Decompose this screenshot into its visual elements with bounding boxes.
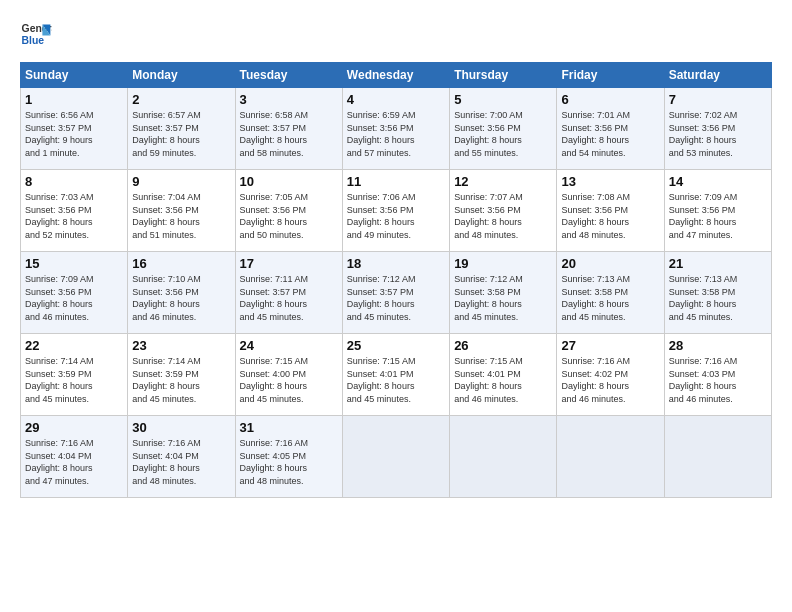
day-info: Sunrise: 7:05 AM Sunset: 3:56 PM Dayligh… bbox=[240, 191, 338, 241]
calendar-day-cell bbox=[664, 416, 771, 498]
day-info: Sunrise: 7:16 AM Sunset: 4:02 PM Dayligh… bbox=[561, 355, 659, 405]
day-number: 6 bbox=[561, 92, 659, 107]
day-number: 23 bbox=[132, 338, 230, 353]
day-info: Sunrise: 6:58 AM Sunset: 3:57 PM Dayligh… bbox=[240, 109, 338, 159]
weekday-header-sunday: Sunday bbox=[21, 63, 128, 88]
calendar-day-cell: 31Sunrise: 7:16 AM Sunset: 4:05 PM Dayli… bbox=[235, 416, 342, 498]
day-info: Sunrise: 7:03 AM Sunset: 3:56 PM Dayligh… bbox=[25, 191, 123, 241]
calendar-week-row: 29Sunrise: 7:16 AM Sunset: 4:04 PM Dayli… bbox=[21, 416, 772, 498]
day-number: 22 bbox=[25, 338, 123, 353]
day-info: Sunrise: 7:16 AM Sunset: 4:04 PM Dayligh… bbox=[25, 437, 123, 487]
day-info: Sunrise: 7:14 AM Sunset: 3:59 PM Dayligh… bbox=[132, 355, 230, 405]
calendar-day-cell: 25Sunrise: 7:15 AM Sunset: 4:01 PM Dayli… bbox=[342, 334, 449, 416]
calendar-day-cell: 7Sunrise: 7:02 AM Sunset: 3:56 PM Daylig… bbox=[664, 88, 771, 170]
day-number: 30 bbox=[132, 420, 230, 435]
calendar-day-cell: 26Sunrise: 7:15 AM Sunset: 4:01 PM Dayli… bbox=[450, 334, 557, 416]
weekday-header-friday: Friday bbox=[557, 63, 664, 88]
calendar-day-cell: 19Sunrise: 7:12 AM Sunset: 3:58 PM Dayli… bbox=[450, 252, 557, 334]
day-info: Sunrise: 7:12 AM Sunset: 3:58 PM Dayligh… bbox=[454, 273, 552, 323]
day-info: Sunrise: 7:09 AM Sunset: 3:56 PM Dayligh… bbox=[669, 191, 767, 241]
calendar-day-cell: 13Sunrise: 7:08 AM Sunset: 3:56 PM Dayli… bbox=[557, 170, 664, 252]
day-number: 12 bbox=[454, 174, 552, 189]
day-info: Sunrise: 7:10 AM Sunset: 3:56 PM Dayligh… bbox=[132, 273, 230, 323]
calendar-day-cell: 10Sunrise: 7:05 AM Sunset: 3:56 PM Dayli… bbox=[235, 170, 342, 252]
calendar-week-row: 8Sunrise: 7:03 AM Sunset: 3:56 PM Daylig… bbox=[21, 170, 772, 252]
weekday-header-thursday: Thursday bbox=[450, 63, 557, 88]
svg-text:Blue: Blue bbox=[22, 35, 45, 46]
calendar-day-cell: 2Sunrise: 6:57 AM Sunset: 3:57 PM Daylig… bbox=[128, 88, 235, 170]
calendar-week-row: 22Sunrise: 7:14 AM Sunset: 3:59 PM Dayli… bbox=[21, 334, 772, 416]
day-number: 20 bbox=[561, 256, 659, 271]
calendar-day-cell: 8Sunrise: 7:03 AM Sunset: 3:56 PM Daylig… bbox=[21, 170, 128, 252]
calendar-day-cell: 4Sunrise: 6:59 AM Sunset: 3:56 PM Daylig… bbox=[342, 88, 449, 170]
day-info: Sunrise: 7:15 AM Sunset: 4:00 PM Dayligh… bbox=[240, 355, 338, 405]
calendar-day-cell: 5Sunrise: 7:00 AM Sunset: 3:56 PM Daylig… bbox=[450, 88, 557, 170]
day-number: 17 bbox=[240, 256, 338, 271]
calendar-week-row: 1Sunrise: 6:56 AM Sunset: 3:57 PM Daylig… bbox=[21, 88, 772, 170]
day-info: Sunrise: 7:16 AM Sunset: 4:03 PM Dayligh… bbox=[669, 355, 767, 405]
weekday-header-tuesday: Tuesday bbox=[235, 63, 342, 88]
calendar-day-cell: 9Sunrise: 7:04 AM Sunset: 3:56 PM Daylig… bbox=[128, 170, 235, 252]
calendar-day-cell: 29Sunrise: 7:16 AM Sunset: 4:04 PM Dayli… bbox=[21, 416, 128, 498]
day-info: Sunrise: 7:07 AM Sunset: 3:56 PM Dayligh… bbox=[454, 191, 552, 241]
calendar-day-cell: 23Sunrise: 7:14 AM Sunset: 3:59 PM Dayli… bbox=[128, 334, 235, 416]
day-number: 15 bbox=[25, 256, 123, 271]
day-number: 2 bbox=[132, 92, 230, 107]
day-number: 26 bbox=[454, 338, 552, 353]
weekday-header-row: SundayMondayTuesdayWednesdayThursdayFrid… bbox=[21, 63, 772, 88]
day-number: 5 bbox=[454, 92, 552, 107]
day-number: 3 bbox=[240, 92, 338, 107]
day-number: 10 bbox=[240, 174, 338, 189]
calendar-day-cell bbox=[342, 416, 449, 498]
calendar-day-cell bbox=[557, 416, 664, 498]
day-info: Sunrise: 7:16 AM Sunset: 4:04 PM Dayligh… bbox=[132, 437, 230, 487]
day-number: 11 bbox=[347, 174, 445, 189]
calendar-day-cell: 22Sunrise: 7:14 AM Sunset: 3:59 PM Dayli… bbox=[21, 334, 128, 416]
calendar-week-row: 15Sunrise: 7:09 AM Sunset: 3:56 PM Dayli… bbox=[21, 252, 772, 334]
calendar-day-cell: 1Sunrise: 6:56 AM Sunset: 3:57 PM Daylig… bbox=[21, 88, 128, 170]
day-number: 27 bbox=[561, 338, 659, 353]
day-number: 18 bbox=[347, 256, 445, 271]
day-info: Sunrise: 7:13 AM Sunset: 3:58 PM Dayligh… bbox=[561, 273, 659, 323]
calendar-day-cell: 27Sunrise: 7:16 AM Sunset: 4:02 PM Dayli… bbox=[557, 334, 664, 416]
day-info: Sunrise: 6:56 AM Sunset: 3:57 PM Dayligh… bbox=[25, 109, 123, 159]
calendar-table: SundayMondayTuesdayWednesdayThursdayFrid… bbox=[20, 62, 772, 498]
day-number: 24 bbox=[240, 338, 338, 353]
calendar-day-cell: 12Sunrise: 7:07 AM Sunset: 3:56 PM Dayli… bbox=[450, 170, 557, 252]
weekday-header-saturday: Saturday bbox=[664, 63, 771, 88]
day-number: 14 bbox=[669, 174, 767, 189]
day-info: Sunrise: 7:16 AM Sunset: 4:05 PM Dayligh… bbox=[240, 437, 338, 487]
weekday-header-wednesday: Wednesday bbox=[342, 63, 449, 88]
logo: General Blue bbox=[20, 18, 52, 50]
day-info: Sunrise: 7:02 AM Sunset: 3:56 PM Dayligh… bbox=[669, 109, 767, 159]
calendar-day-cell: 15Sunrise: 7:09 AM Sunset: 3:56 PM Dayli… bbox=[21, 252, 128, 334]
calendar-day-cell: 16Sunrise: 7:10 AM Sunset: 3:56 PM Dayli… bbox=[128, 252, 235, 334]
day-number: 31 bbox=[240, 420, 338, 435]
day-info: Sunrise: 6:57 AM Sunset: 3:57 PM Dayligh… bbox=[132, 109, 230, 159]
calendar-day-cell: 3Sunrise: 6:58 AM Sunset: 3:57 PM Daylig… bbox=[235, 88, 342, 170]
day-number: 9 bbox=[132, 174, 230, 189]
day-info: Sunrise: 7:15 AM Sunset: 4:01 PM Dayligh… bbox=[347, 355, 445, 405]
day-info: Sunrise: 7:12 AM Sunset: 3:57 PM Dayligh… bbox=[347, 273, 445, 323]
day-info: Sunrise: 7:08 AM Sunset: 3:56 PM Dayligh… bbox=[561, 191, 659, 241]
day-number: 4 bbox=[347, 92, 445, 107]
calendar-day-cell: 11Sunrise: 7:06 AM Sunset: 3:56 PM Dayli… bbox=[342, 170, 449, 252]
day-number: 16 bbox=[132, 256, 230, 271]
calendar-day-cell: 20Sunrise: 7:13 AM Sunset: 3:58 PM Dayli… bbox=[557, 252, 664, 334]
day-info: Sunrise: 7:09 AM Sunset: 3:56 PM Dayligh… bbox=[25, 273, 123, 323]
day-number: 8 bbox=[25, 174, 123, 189]
calendar-day-cell: 28Sunrise: 7:16 AM Sunset: 4:03 PM Dayli… bbox=[664, 334, 771, 416]
day-info: Sunrise: 7:00 AM Sunset: 3:56 PM Dayligh… bbox=[454, 109, 552, 159]
day-info: Sunrise: 7:13 AM Sunset: 3:58 PM Dayligh… bbox=[669, 273, 767, 323]
day-info: Sunrise: 7:14 AM Sunset: 3:59 PM Dayligh… bbox=[25, 355, 123, 405]
header: General Blue bbox=[20, 18, 772, 50]
day-number: 19 bbox=[454, 256, 552, 271]
calendar-day-cell: 14Sunrise: 7:09 AM Sunset: 3:56 PM Dayli… bbox=[664, 170, 771, 252]
calendar-day-cell bbox=[450, 416, 557, 498]
calendar-day-cell: 6Sunrise: 7:01 AM Sunset: 3:56 PM Daylig… bbox=[557, 88, 664, 170]
logo-icon: General Blue bbox=[20, 18, 52, 50]
day-number: 25 bbox=[347, 338, 445, 353]
calendar-day-cell: 17Sunrise: 7:11 AM Sunset: 3:57 PM Dayli… bbox=[235, 252, 342, 334]
day-number: 28 bbox=[669, 338, 767, 353]
calendar-day-cell: 21Sunrise: 7:13 AM Sunset: 3:58 PM Dayli… bbox=[664, 252, 771, 334]
